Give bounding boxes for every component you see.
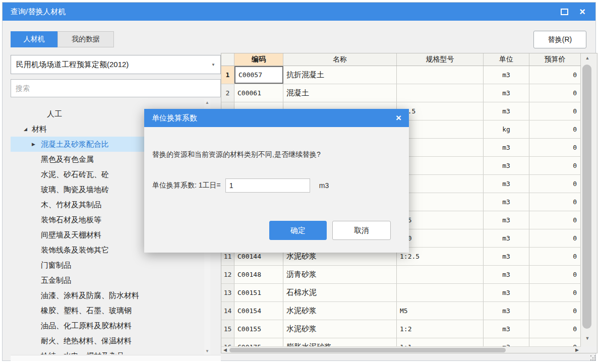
cell-unit[interactable]: m3 xyxy=(484,302,529,320)
cell-spec[interactable]: C15 xyxy=(397,211,484,229)
cell-price[interactable]: 0 xyxy=(529,229,581,247)
column-header[interactable]: 规格型号 xyxy=(397,53,484,66)
cell-spec[interactable] xyxy=(397,175,484,193)
row-number[interactable]: 1 xyxy=(221,66,234,84)
cell-price[interactable]: 0 xyxy=(529,320,581,338)
cancel-button[interactable]: 取消 xyxy=(332,221,391,240)
cell-unit[interactable]: m3 xyxy=(484,175,529,193)
cell-unit[interactable]: m3 xyxy=(484,157,529,174)
tree-item[interactable]: 五金制品 xyxy=(11,273,221,288)
cell-name[interactable]: 抗折混凝土 xyxy=(283,66,397,84)
cell-unit[interactable]: m3 xyxy=(484,139,529,156)
cell-price[interactable]: 0 xyxy=(529,266,581,283)
cell-price[interactable]: 0 xyxy=(529,175,581,193)
cell-price[interactable]: 0 xyxy=(529,211,581,229)
search-input[interactable] xyxy=(11,80,220,97)
cell-spec[interactable]: M5 xyxy=(397,302,484,320)
cell-unit[interactable]: m3 xyxy=(484,193,529,211)
scroll-left-icon[interactable]: ◀ xyxy=(223,347,227,352)
cell-unit[interactable]: m3 xyxy=(484,102,529,120)
cell-unit[interactable]: m3 xyxy=(484,66,529,84)
cell-spec[interactable] xyxy=(397,157,484,174)
cell-unit[interactable]: m3 xyxy=(484,248,529,265)
cell-spec[interactable] xyxy=(397,66,484,84)
tab-my-data[interactable]: 我的数据 xyxy=(57,31,114,47)
tree-item[interactable]: 门窗制品 xyxy=(11,258,221,273)
cell-unit[interactable]: m3 xyxy=(484,284,529,301)
cell-code[interactable]: C00061 xyxy=(234,84,283,102)
column-header[interactable]: 单位 xyxy=(484,53,529,66)
horizontal-scroll-thumb[interactable] xyxy=(229,348,506,352)
cell-code[interactable]: C00154 xyxy=(234,302,283,320)
tree-item[interactable]: 栓结、水电、焊材及杂品 xyxy=(11,348,221,354)
quota-select[interactable]: 民用机场场道工程预算定额(2012) ▼ xyxy=(11,55,221,74)
scroll-down-icon[interactable]: ▼ xyxy=(581,336,594,341)
row-number[interactable]: 13 xyxy=(221,284,234,301)
cell-price[interactable]: 0 xyxy=(529,248,581,265)
table-vertical-scrollbar[interactable]: ▲ ▼ xyxy=(581,53,597,346)
cell-spec[interactable]: C20 xyxy=(397,229,484,247)
cell-unit[interactable]: m3 xyxy=(484,211,529,229)
column-header[interactable]: 预算价 xyxy=(529,53,581,66)
row-number[interactable]: 15 xyxy=(221,320,234,338)
column-header[interactable]: 名称 xyxy=(283,53,397,66)
cell-unit[interactable]: m3 xyxy=(484,320,529,338)
cell-price[interactable]: 0 xyxy=(529,302,581,320)
cell-spec[interactable] xyxy=(397,266,484,283)
cell-price[interactable]: 0 xyxy=(529,157,581,174)
tree-item[interactable]: 油品、化工原料及胶粘材料 xyxy=(11,318,221,333)
tree-item[interactable]: 橡胶、塑料、石墨、玻璃钢 xyxy=(11,303,221,318)
cell-name[interactable]: 水泥砂浆 xyxy=(283,320,397,338)
conversion-factor-input[interactable] xyxy=(225,178,310,193)
row-number[interactable]: 16 xyxy=(221,338,234,346)
cell-unit[interactable]: m3 xyxy=(484,266,529,283)
replace-button[interactable]: 替换(R) xyxy=(533,31,586,48)
scroll-up-icon[interactable]: ▲ xyxy=(204,100,210,105)
tree-item[interactable]: 油漆、涂料及防腐、防水材料 xyxy=(11,288,221,303)
cell-spec[interactable] xyxy=(397,284,484,301)
cell-price[interactable]: 0 xyxy=(529,120,581,138)
window-titlebar[interactable]: 查询/替换人材机 × xyxy=(3,3,595,21)
cell-name[interactable]: 水泥砂浆 xyxy=(283,302,397,320)
dialog-close-icon[interactable]: × xyxy=(396,114,401,122)
cell-spec[interactable]: 1:1 xyxy=(397,338,484,346)
resize-grip-icon[interactable] xyxy=(590,355,591,356)
cell-spec[interactable]: 1:2.5 xyxy=(397,248,484,265)
cell-spec[interactable] xyxy=(397,193,484,211)
cell-spec[interactable]: M7.5 xyxy=(397,102,484,120)
scroll-down-icon[interactable]: ▼ xyxy=(204,349,210,353)
vertical-scroll-thumb[interactable] xyxy=(582,65,591,329)
cell-code[interactable]: C00148 xyxy=(234,266,283,283)
cell-code[interactable]: C00155 xyxy=(234,320,283,338)
cell-name[interactable]: 混凝土 xyxy=(283,84,397,102)
cell-price[interactable]: 0 xyxy=(529,139,581,156)
cell-price[interactable]: 0 xyxy=(529,84,581,102)
cell-name[interactable]: 石棉水泥 xyxy=(283,284,397,301)
cell-spec[interactable] xyxy=(397,84,484,102)
cell-unit[interactable]: m3 xyxy=(484,84,529,102)
expanded-icon[interactable]: ◢ xyxy=(24,127,32,132)
cell-spec[interactable] xyxy=(397,120,484,138)
dialog-titlebar[interactable]: 单位换算系数 × xyxy=(144,109,409,127)
collapsed-icon[interactable]: ▶ xyxy=(32,142,40,147)
scroll-up-icon[interactable]: ▲ xyxy=(581,55,594,60)
cell-price[interactable]: 0 xyxy=(529,193,581,211)
cell-name[interactable]: 沥青砂浆 xyxy=(283,266,397,283)
cell-unit[interactable]: kg xyxy=(484,120,529,138)
cell-code[interactable]: C00057 xyxy=(234,66,283,84)
scroll-right-icon[interactable]: ▶ xyxy=(575,347,579,352)
cell-price[interactable]: 0 xyxy=(529,284,581,301)
corner-header-cell[interactable] xyxy=(221,53,234,66)
cell-code[interactable]: C00151 xyxy=(234,284,283,301)
tab-renancaiji[interactable]: 人材机 xyxy=(11,31,57,47)
cell-price[interactable]: 0 xyxy=(529,66,581,84)
ok-button[interactable]: 确定 xyxy=(269,221,327,240)
cell-price[interactable]: 0 xyxy=(529,338,581,346)
close-icon[interactable]: × xyxy=(579,7,585,16)
cell-code[interactable]: C00175 xyxy=(234,338,283,346)
row-number[interactable]: 2 xyxy=(221,84,234,102)
column-header[interactable]: 编码 xyxy=(234,53,283,66)
cell-price[interactable]: 0 xyxy=(529,102,581,120)
cell-spec[interactable] xyxy=(397,139,484,156)
row-number[interactable]: 14 xyxy=(221,302,234,320)
